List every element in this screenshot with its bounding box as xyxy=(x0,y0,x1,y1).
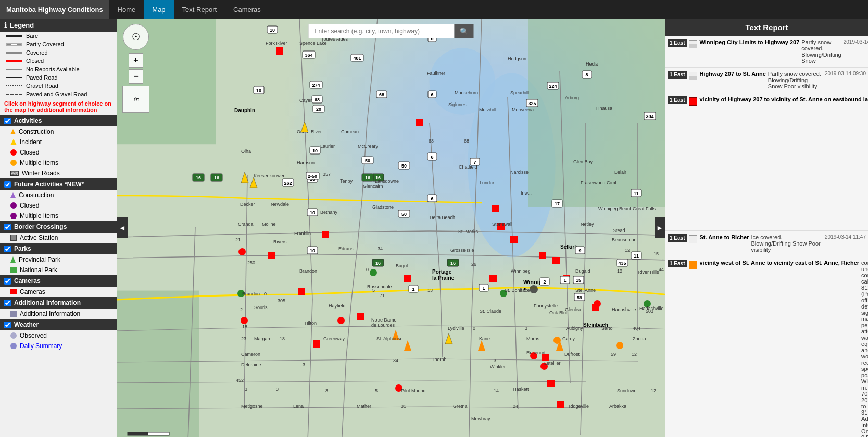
sidebar-item-cameras[interactable]: Cameras xyxy=(0,287,117,297)
svg-text:15: 15 xyxy=(653,251,659,256)
svg-text:Chatfield: Chatfield xyxy=(459,164,477,170)
sidebar-item-incident[interactable]: Incident xyxy=(0,137,117,147)
svg-text:Letellier: Letellier xyxy=(544,361,561,366)
svg-rect-23 xyxy=(552,257,560,264)
additional-checkbox[interactable] xyxy=(4,300,11,306)
cameras-header[interactable]: Cameras xyxy=(0,275,117,287)
report-row[interactable]: 1 East Winnipeg City Limits to Highway 2… xyxy=(665,36,868,68)
legend-closed: Closed xyxy=(0,57,117,65)
sidebar-item-daily-summary[interactable]: Daily Summary xyxy=(0,341,117,351)
parks-checkbox[interactable] xyxy=(4,246,11,252)
report-date: 2019-03-14 09:30 xyxy=(825,71,866,76)
border-label: Border Crossings xyxy=(14,223,67,230)
report-row[interactable]: 1 East St. Anne to Richer Ice covered. B… xyxy=(665,231,868,256)
search-input[interactable] xyxy=(309,24,455,38)
svg-text:Greenway: Greenway xyxy=(323,336,345,341)
map-search: 🔍 xyxy=(309,24,474,38)
nav-home[interactable]: Home xyxy=(109,0,144,19)
svg-text:6: 6 xyxy=(431,155,433,160)
svg-rect-4 xyxy=(117,291,199,437)
report-row[interactable]: 1 East vicinity of Highway 207 to vicini… xyxy=(665,93,868,231)
map-layer-selector[interactable]: 🗺 xyxy=(122,86,149,113)
svg-text:St. Claude: St. Claude xyxy=(480,309,501,314)
search-button[interactable]: 🔍 xyxy=(455,24,474,38)
svg-text:3: 3 xyxy=(494,358,496,363)
legend-gravel: Gravel Road xyxy=(0,82,117,90)
svg-text:364: 364 xyxy=(305,53,312,58)
svg-point-47 xyxy=(238,248,246,255)
svg-text:Glencairn: Glencairn xyxy=(363,184,383,189)
click-hint: Click on highway segment of choice on th… xyxy=(0,98,117,115)
weather-header[interactable]: Weather xyxy=(0,319,117,330)
cameras-checkbox[interactable] xyxy=(4,278,11,285)
svg-text:11: 11 xyxy=(634,253,639,259)
svg-text:St. Alphonse: St. Alphonse xyxy=(376,336,403,341)
svg-text:Comeau: Comeau xyxy=(341,129,359,134)
sidebar-item-construction[interactable]: Construction xyxy=(0,126,117,137)
svg-text:0: 0 xyxy=(264,291,267,297)
svg-text:452: 452 xyxy=(236,378,244,383)
svg-text:68: 68 xyxy=(429,138,434,144)
nav-cameras[interactable]: Cameras xyxy=(225,0,269,19)
svg-point-48 xyxy=(241,317,248,324)
svg-text:12: 12 xyxy=(617,268,622,274)
svg-text:Glenlea: Glenlea xyxy=(565,307,581,312)
report-description: Partly snow covered. Blowing/Drifting Sn… xyxy=(768,71,823,89)
additional-info-header[interactable]: Additional Information xyxy=(0,297,117,309)
svg-text:10: 10 xyxy=(256,88,261,93)
svg-text:Moline: Moline xyxy=(262,222,276,227)
compass-control[interactable]: ☉ xyxy=(123,24,149,50)
svg-text:Great Falls: Great Falls xyxy=(633,206,656,211)
sidebar-item-winter-roads[interactable]: WR Winter Roads xyxy=(0,168,117,178)
svg-rect-36 xyxy=(357,313,364,320)
activities-header[interactable]: Activities xyxy=(0,115,117,126)
svg-text:Gretna: Gretna xyxy=(453,404,468,409)
border-checkbox[interactable] xyxy=(4,224,11,230)
svg-rect-33 xyxy=(404,275,411,282)
svg-text:Beausejour: Beausejour xyxy=(612,237,636,242)
report-row[interactable]: 1 East Highway 207 to St. Anne Partly sn… xyxy=(665,68,868,93)
zoom-out-button[interactable]: − xyxy=(129,69,143,84)
nav-text-report[interactable]: Text Report xyxy=(174,0,225,19)
sidebar-item-provincial-park[interactable]: Provincial Park xyxy=(0,254,117,265)
future-activities-checkbox[interactable] xyxy=(4,181,11,188)
activities-checkbox[interactable] xyxy=(4,118,11,124)
svg-text:St. Boniface: St. Boniface xyxy=(505,288,530,293)
report-location: Winnipeg City Limits to Highway 207 xyxy=(699,39,799,45)
map-container[interactable]: ◄ ► 🔍 ☉ + − 🗺 xyxy=(117,19,665,437)
direction-badge: 1 East xyxy=(668,260,687,267)
sidebar-item-closed[interactable]: Closed xyxy=(0,147,117,158)
svg-text:de Lourdes: de Lourdes xyxy=(371,323,395,328)
svg-rect-35 xyxy=(322,231,329,238)
svg-text:Portage: Portage xyxy=(432,269,452,275)
svg-text:Lundar: Lundar xyxy=(480,180,494,185)
legend-partly: Partly Covered xyxy=(0,40,117,48)
svg-text:Dufrost: Dufrost xyxy=(564,352,580,357)
svg-text:34: 34 xyxy=(378,246,383,251)
warning-icon xyxy=(10,139,17,145)
svg-text:Sarto: Sarto xyxy=(601,326,613,331)
map-area[interactable]: Winnipeg ● Portage la Prairie Dauphin St… xyxy=(117,19,665,437)
svg-text:481: 481 xyxy=(353,56,361,61)
collapse-panel-button[interactable]: ► xyxy=(655,217,665,238)
sidebar-item-future-multiple[interactable]: Multiple Items xyxy=(0,211,117,221)
collapse-sidebar-button[interactable]: ◄ xyxy=(117,217,128,238)
parks-header[interactable]: Parks xyxy=(0,243,117,254)
svg-text:305: 305 xyxy=(278,298,285,303)
svg-text:2: 2 xyxy=(240,307,243,312)
svg-text:Brandon: Brandon xyxy=(242,291,260,297)
sidebar-item-observed[interactable]: Observed xyxy=(0,330,117,341)
sidebar-item-multiple[interactable]: Multiple Items xyxy=(0,158,117,168)
weather-checkbox[interactable] xyxy=(4,322,11,328)
sidebar-item-future-closed[interactable]: Closed xyxy=(0,200,117,211)
nav-map[interactable]: Map xyxy=(144,0,173,19)
report-row[interactable]: 1 East vicinity west of St. Anne to vici… xyxy=(665,256,868,437)
zoom-in-button[interactable]: + xyxy=(129,53,143,68)
sidebar-item-additional-info[interactable]: Additional Information xyxy=(0,309,117,319)
border-crossings-header[interactable]: Border Crossings xyxy=(0,221,117,233)
svg-text:16: 16 xyxy=(214,175,219,181)
sidebar-item-national-park[interactable]: National Park xyxy=(0,265,117,275)
future-activities-header[interactable]: Future Activities *NEW* xyxy=(0,178,117,190)
sidebar-item-active-station[interactable]: Active Station xyxy=(0,233,117,243)
sidebar-item-future-construction[interactable]: Construction xyxy=(0,190,117,200)
